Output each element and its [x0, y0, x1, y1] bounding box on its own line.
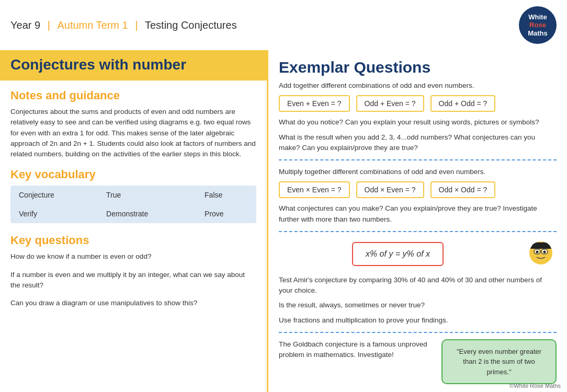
main-content: Conjectures with number Notes and guidan…: [0, 50, 567, 392]
section1-q2: What is the result when you add 2, 3, 4.…: [279, 132, 557, 154]
year-label: Year 9: [10, 19, 40, 31]
goldbach-text: The Goldbach conjecture is a famous unpr…: [279, 339, 433, 361]
left-content: Notes and guidance Conjectures about the…: [0, 89, 267, 308]
term-label: Autumn Term 1: [57, 19, 128, 31]
logo-line2: Rose: [529, 21, 546, 29]
section2-boxes: Even × Even = ? Odd × Even = ? Odd × Odd…: [279, 181, 557, 198]
right-panel: Exemplar Questions Add together differen…: [267, 50, 567, 392]
section3-q3: Use fractions and multiplication to prov…: [279, 315, 557, 326]
logo-line1: White: [528, 13, 547, 21]
left-panel: Conjectures with number Notes and guidan…: [0, 50, 267, 392]
eq-odd-times-odd: Odd × Odd = ?: [430, 181, 496, 198]
page-title: Conjectures with number: [10, 56, 256, 73]
notes-text: Conjectures about the sums and products …: [10, 107, 256, 159]
divider-1: [279, 159, 557, 160]
eq-odd-plus-even: Odd + Even = ?: [356, 95, 424, 112]
vocab-prove: Prove: [196, 204, 256, 223]
header-title: Year 9 | Autumn Term 1 | Testing Conject…: [10, 19, 237, 31]
notes-heading: Notes and guidance: [10, 89, 256, 102]
svg-point-4: [543, 250, 546, 253]
logo-line3: Maths: [528, 29, 548, 38]
question-1: How do we know if a number is even or od…: [10, 251, 256, 262]
vocab-true: True: [98, 186, 196, 204]
vocab-conjecture: Conjecture: [10, 186, 98, 204]
divider-2: [279, 231, 557, 232]
header: Year 9 | Autumn Term 1 | Testing Conject…: [0, 0, 567, 50]
section2-intro: Multiply together different combinations…: [279, 167, 557, 177]
vocab-heading: Key vocabulary: [10, 168, 256, 181]
question-3: Can you draw a diagram or use manipulati…: [10, 298, 256, 308]
svg-point-3: [536, 250, 539, 253]
question-2: If a number is even and we multiply it b…: [10, 270, 256, 291]
questions-heading: Key questions: [10, 234, 256, 247]
section3-q1: Test Amir's conjecture by comparing 30% …: [279, 275, 557, 296]
section1-q1: What do you notice? Can you explain your…: [279, 117, 557, 128]
vocab-demonstrate: Demonstrate: [98, 204, 196, 223]
title-banner: Conjectures with number: [0, 50, 267, 80]
exemplar-heading: Exemplar Questions: [279, 59, 557, 76]
copyright: ©White Rose Maths: [509, 383, 561, 389]
unit-label: Testing Conjectures: [145, 19, 237, 31]
vocab-row-1: Conjecture True False: [10, 186, 256, 204]
key-questions-list: How do we know if a number is even or od…: [10, 251, 256, 308]
divider-3: [279, 332, 557, 333]
goldbach-section: The Goldbach conjecture is a famous unpr…: [279, 339, 557, 385]
vocab-verify: Verify: [10, 204, 98, 223]
eq-odd-times-even: Odd × Even = ?: [356, 181, 424, 198]
section2-q: What conjectures can you make? Can you e…: [279, 203, 557, 225]
eq-even-times-even: Even × Even = ?: [279, 181, 350, 198]
vocab-false: False: [196, 186, 256, 204]
sep2: |: [135, 19, 141, 31]
section1-boxes: Even + Even = ? Odd + Even = ? Odd + Odd…: [279, 95, 557, 112]
vocab-row-2: Verify Demonstrate Prove: [10, 204, 256, 223]
section3-q2: Is the result, always, sometimes or neve…: [279, 300, 557, 310]
character-icon: [525, 238, 557, 270]
speech-bubble: "Every even number greater than 2 is the…: [441, 339, 557, 385]
vocab-table: Conjecture True False Verify Demonstrate…: [10, 186, 256, 223]
eq-even-plus-even: Even + Even = ?: [279, 95, 350, 112]
conjecture-section: x% of y = y% of x: [279, 238, 557, 270]
logo: White Rose Maths: [519, 6, 557, 44]
speech-text: "Every even number greater than 2 is the…: [457, 348, 541, 376]
eq-odd-plus-odd: Odd + Odd = ?: [430, 95, 496, 112]
section1-intro: Add together different combinations of o…: [279, 80, 557, 91]
conjecture-formula: x% of y = y% of x: [352, 242, 444, 266]
sep1: |: [48, 19, 53, 31]
